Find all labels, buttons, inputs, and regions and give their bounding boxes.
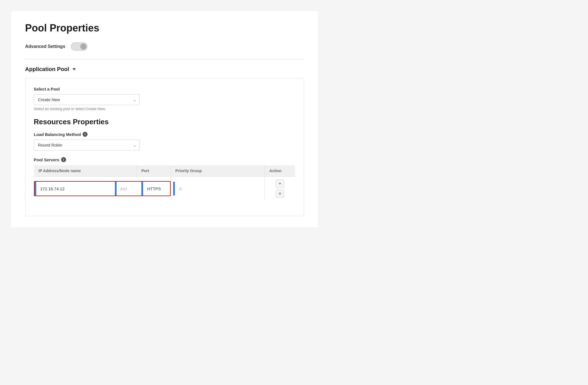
protocol-portion: HTTPS HTTP TCP — [143, 184, 170, 193]
load-balancing-dropdown[interactable]: Round Robin Least Connections IP Hash — [34, 140, 140, 150]
priority-blue-bar — [173, 182, 175, 196]
application-pool-card: Select a Pool Create New Pool 1 Pool 2 ⌄… — [25, 78, 304, 216]
advanced-settings-label: Advanced Settings — [25, 44, 65, 49]
select-a-pool-group: Select a Pool Create New Pool 1 Pool 2 ⌄… — [34, 87, 295, 111]
ip-portion: 172.16.74.12 — [36, 184, 115, 193]
application-pool-chevron-icon[interactable] — [72, 68, 76, 70]
page-container: Pool Properties Advanced Settings Applic… — [11, 11, 318, 227]
pool-servers-group: Pool Servers i IP Address/Node name Port… — [34, 157, 295, 201]
load-balancing-info-icon[interactable]: i — [83, 132, 88, 137]
toggle-knob — [80, 43, 86, 50]
select-a-pool-label: Select a Pool — [34, 87, 295, 91]
page-title: Pool Properties — [25, 22, 304, 34]
col-port: Port — [137, 165, 171, 177]
action-cell: + × — [265, 177, 295, 201]
load-balancing-label: Load Balancing Method i — [34, 132, 295, 137]
priority-group-cell — [171, 177, 265, 201]
ip-address-select[interactable]: 172.16.74.12 — [37, 184, 114, 193]
action-buttons: + × — [267, 179, 293, 198]
resources-properties-title: Resources Properties — [34, 118, 295, 126]
col-priority-group: Priority Group — [171, 165, 265, 177]
pool-servers-label: Pool Servers i — [34, 157, 295, 162]
priority-group-input[interactable] — [177, 184, 262, 193]
table-row: 172.16.74.12 — [34, 177, 295, 201]
select-a-pool-helper: Select an existing pool or select Create… — [34, 107, 295, 111]
select-a-pool-dropdown[interactable]: Create New Pool 1 Pool 2 — [34, 94, 140, 105]
select-a-pool-wrapper: Create New Pool 1 Pool 2 ⌄ — [34, 94, 140, 105]
priority-inner — [173, 182, 262, 196]
port-input[interactable] — [118, 184, 140, 193]
col-action: Action — [265, 165, 295, 177]
advanced-settings-row: Advanced Settings — [25, 42, 304, 51]
section-divider — [25, 59, 304, 59]
advanced-settings-toggle[interactable] — [71, 42, 88, 51]
port-portion — [117, 184, 141, 193]
application-pool-section-header: Application Pool — [25, 66, 304, 72]
application-pool-title: Application Pool — [25, 66, 69, 72]
protocol-select[interactable]: HTTPS HTTP TCP — [144, 184, 169, 193]
server-ip-port-cell: 172.16.74.12 — [34, 177, 171, 201]
add-server-button[interactable]: + — [276, 179, 284, 188]
load-balancing-wrapper: Round Robin Least Connections IP Hash ⌄ — [34, 140, 140, 150]
pool-servers-info-icon[interactable]: i — [61, 157, 66, 162]
load-balancing-group: Load Balancing Method i Round Robin Leas… — [34, 132, 295, 150]
pool-servers-table: IP Address/Node name Port Priority Group… — [34, 165, 295, 201]
table-header-row: IP Address/Node name Port Priority Group… — [34, 165, 295, 177]
col-ip-address: IP Address/Node name — [34, 165, 137, 177]
remove-server-button[interactable]: × — [276, 189, 284, 198]
